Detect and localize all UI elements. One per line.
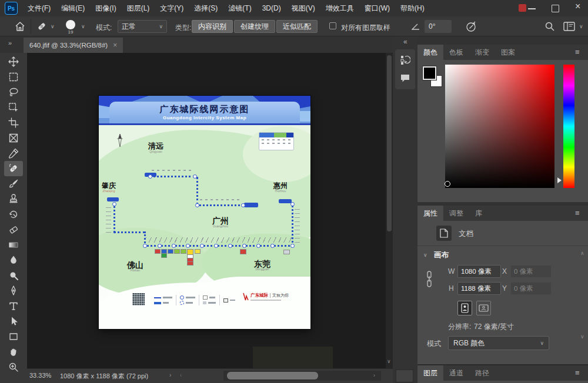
width-input[interactable]: 1080 像素 bbox=[457, 265, 501, 278]
hand-tool[interactable] bbox=[0, 344, 27, 360]
brush-tool[interactable] bbox=[0, 176, 27, 192]
horizontal-scrollbar-thumb[interactable] bbox=[227, 372, 318, 379]
canvas-section-label[interactable]: 画布 bbox=[434, 250, 449, 260]
document-tab[interactable]: 640.jfif @ 33.3%(RGB/8#) × bbox=[24, 38, 123, 53]
eyedropper-tool[interactable] bbox=[0, 146, 27, 161]
tab-paths[interactable]: 路径 bbox=[469, 365, 495, 381]
orientation-landscape-button[interactable] bbox=[476, 301, 491, 315]
menu-filter[interactable]: 滤镜(T) bbox=[223, 0, 256, 16]
blur-tool[interactable] bbox=[0, 253, 27, 268]
zoom-tool[interactable] bbox=[0, 360, 27, 375]
canvas-section-chevron-icon[interactable]: ∨ bbox=[423, 252, 427, 258]
color-picker-ring[interactable] bbox=[445, 181, 450, 187]
workspace-switcher-icon[interactable] bbox=[563, 22, 575, 31]
zoom-level-field[interactable]: 33.33% bbox=[29, 372, 51, 379]
layers-panel-menu-icon[interactable]: ≡ bbox=[575, 368, 580, 377]
history-brush-tool[interactable] bbox=[0, 207, 27, 222]
color-panel-menu-icon[interactable]: ≡ bbox=[575, 48, 580, 56]
pressure-icon[interactable] bbox=[466, 21, 477, 32]
tab-libraries[interactable]: 库 bbox=[469, 206, 488, 221]
workspace-chevron-icon[interactable]: ∨ bbox=[579, 23, 583, 29]
sample-all-layers-label[interactable]: 对所有图层取样 bbox=[341, 23, 390, 33]
rectangle-tool[interactable] bbox=[0, 329, 27, 344]
scroll-down-icon[interactable]: ∨ bbox=[387, 358, 391, 364]
hue-slider[interactable] bbox=[563, 65, 574, 188]
home-icon[interactable] bbox=[14, 21, 26, 32]
link-dimensions-icon[interactable] bbox=[426, 270, 433, 288]
document-info[interactable]: 1080 像素 x 1188 像素 (72 ppi) bbox=[60, 372, 148, 381]
menu-view[interactable]: 视图(V) bbox=[286, 0, 320, 16]
move-tool[interactable] bbox=[0, 54, 27, 69]
tab-adjustments[interactable]: 调整 bbox=[443, 206, 469, 221]
mode-select[interactable]: 正常 ∨ bbox=[118, 20, 167, 33]
type-button-proximity-match[interactable]: 近似匹配 bbox=[276, 20, 318, 33]
close-button[interactable]: × bbox=[575, 1, 580, 12]
menu-image[interactable]: 图像(I) bbox=[90, 0, 121, 16]
scroll-right-icon[interactable]: › bbox=[373, 372, 375, 378]
x-input[interactable]: 0 像素 bbox=[510, 265, 552, 278]
vertical-scrollbar[interactable]: ∨ bbox=[386, 53, 393, 368]
collapse-panels-icon[interactable]: « bbox=[403, 38, 407, 46]
minimize-button[interactable] bbox=[528, 8, 536, 9]
menu-help[interactable]: 帮助(H) bbox=[395, 0, 430, 16]
menu-select[interactable]: 选择(S) bbox=[189, 0, 223, 16]
foreground-color-swatch[interactable] bbox=[423, 66, 436, 80]
search-icon[interactable] bbox=[544, 21, 555, 32]
object-selection-tool[interactable] bbox=[0, 100, 27, 115]
properties-panel-menu-icon[interactable]: ≡ bbox=[575, 209, 580, 217]
maximize-button[interactable] bbox=[552, 5, 559, 12]
history-panel-icon[interactable] bbox=[400, 55, 410, 65]
tab-properties[interactable]: 属性 bbox=[417, 206, 443, 221]
comment-panel-icon[interactable] bbox=[400, 73, 410, 83]
crop-tool[interactable] bbox=[0, 115, 27, 130]
spot-healing-brush-tool[interactable] bbox=[4, 161, 23, 176]
horizontal-scrollbar[interactable]: › bbox=[223, 371, 381, 381]
menu-3d[interactable]: 3D(D) bbox=[257, 0, 286, 16]
tab-layers[interactable]: 图层 bbox=[417, 365, 443, 381]
tab-color[interactable]: 颜色 bbox=[417, 45, 443, 60]
hue-slider-arrow-icon[interactable] bbox=[557, 177, 562, 183]
type-tool[interactable] bbox=[0, 298, 27, 314]
gradient-tool[interactable] bbox=[0, 237, 27, 253]
color-mode-select[interactable]: RGB 颜色 ∨ bbox=[448, 336, 549, 350]
angle-input[interactable]: 0° bbox=[425, 20, 452, 33]
properties-scroll-up-icon[interactable]: ∧ bbox=[580, 250, 584, 256]
tab-patterns[interactable]: 图案 bbox=[495, 45, 521, 60]
path-selection-tool[interactable] bbox=[0, 314, 27, 329]
saturation-brightness-field[interactable] bbox=[445, 65, 554, 188]
y-input[interactable]: 0 像素 bbox=[510, 282, 552, 295]
tab-channels[interactable]: 通道 bbox=[443, 365, 469, 381]
type-button-content-aware[interactable]: 内容识别 bbox=[192, 20, 233, 33]
document-tab-close-icon[interactable]: × bbox=[113, 41, 117, 49]
menu-file[interactable]: 文件(F) bbox=[22, 0, 56, 16]
pen-tool[interactable] bbox=[0, 283, 27, 298]
status-next-icon[interactable]: › bbox=[169, 372, 171, 378]
tab-swatches[interactable]: 色板 bbox=[443, 45, 469, 60]
menu-type[interactable]: 文字(Y) bbox=[155, 0, 189, 16]
canvas-area[interactable]: 广东城际线网示意图 Guangdong Intercity System Map… bbox=[27, 53, 386, 368]
height-input[interactable]: 1188 像素 bbox=[457, 282, 501, 295]
sample-all-layers-checkbox[interactable] bbox=[329, 22, 336, 29]
type-button-create-texture[interactable]: 创建纹理 bbox=[234, 20, 275, 33]
tool-preset-spot-healing-icon[interactable] bbox=[36, 21, 47, 32]
rectangular-marquee-tool[interactable] bbox=[0, 69, 27, 85]
brush-size-value: 19 bbox=[65, 29, 76, 35]
menu-window[interactable]: 窗口(W) bbox=[359, 0, 395, 16]
tool-preset-chevron-icon[interactable]: ∨ bbox=[51, 23, 55, 29]
tab-gradients[interactable]: 渐变 bbox=[469, 45, 495, 60]
eraser-tool[interactable] bbox=[0, 222, 27, 237]
menu-edit[interactable]: 编辑(E) bbox=[56, 0, 90, 16]
status-prev-icon[interactable]: ‹ bbox=[180, 372, 182, 378]
x-label: X bbox=[502, 267, 507, 276]
vertical-scrollbar-thumb[interactable] bbox=[387, 55, 392, 231]
menu-layer[interactable]: 图层(L) bbox=[122, 0, 155, 16]
properties-scroll-down-icon[interactable]: ∨ bbox=[580, 334, 584, 340]
menu-plugins[interactable]: 增效工具 bbox=[320, 0, 359, 16]
toolbar-collapse-icon[interactable]: » bbox=[8, 39, 12, 46]
lasso-tool[interactable] bbox=[0, 85, 27, 100]
dodge-tool[interactable] bbox=[0, 268, 27, 283]
brush-picker-chevron-icon[interactable]: ∨ bbox=[81, 23, 85, 29]
frame-tool[interactable] bbox=[0, 130, 27, 146]
clone-stamp-tool[interactable] bbox=[0, 192, 27, 207]
orientation-portrait-button[interactable] bbox=[457, 301, 472, 315]
